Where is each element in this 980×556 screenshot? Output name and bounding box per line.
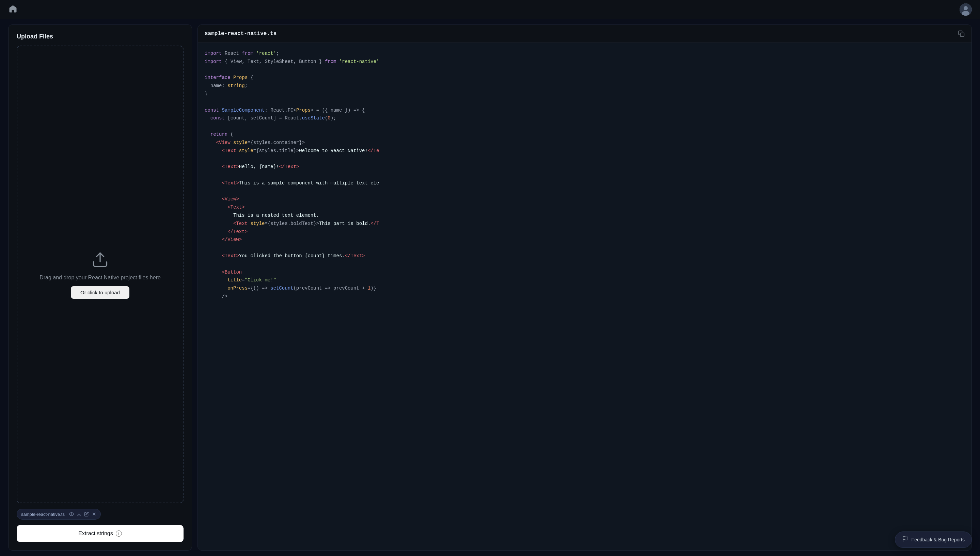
remove-file-icon[interactable]: ✕ bbox=[92, 511, 96, 517]
feedback-button[interactable]: Feedback & Bug Reports bbox=[895, 532, 972, 548]
feedback-icon bbox=[902, 536, 908, 543]
app-header bbox=[0, 0, 980, 19]
code-content: import React from 'react'; import { View… bbox=[205, 50, 965, 301]
extract-info-icon[interactable]: i bbox=[116, 530, 122, 537]
code-area: import React from 'react'; import { View… bbox=[198, 43, 972, 550]
view-file-icon[interactable] bbox=[69, 511, 74, 517]
download-file-icon[interactable] bbox=[76, 511, 82, 517]
edit-file-icon[interactable] bbox=[84, 511, 89, 517]
svg-point-4 bbox=[71, 514, 72, 515]
drop-zone[interactable]: Drag and drop your React Native project … bbox=[17, 45, 183, 503]
extract-button-label: Extract strings bbox=[78, 530, 113, 537]
file-tag: sample-react-native.ts bbox=[17, 509, 101, 520]
main-layout: Upload Files Drag and drop your React Na… bbox=[0, 19, 980, 556]
upload-icon bbox=[91, 250, 110, 269]
copy-button[interactable] bbox=[958, 30, 965, 37]
user-avatar[interactable] bbox=[960, 3, 972, 16]
home-button[interactable] bbox=[8, 4, 19, 15]
feedback-label: Feedback & Bug Reports bbox=[912, 537, 965, 542]
upload-panel-title: Upload Files bbox=[17, 33, 183, 40]
upload-button[interactable]: Or click to upload bbox=[71, 286, 130, 299]
file-tag-actions: ✕ bbox=[69, 511, 96, 517]
drop-zone-text: Drag and drop your React Native project … bbox=[39, 275, 161, 281]
code-header: sample-react-native.ts bbox=[198, 25, 972, 43]
code-filename: sample-react-native.ts bbox=[205, 31, 277, 37]
upload-panel: Upload Files Drag and drop your React Na… bbox=[8, 24, 192, 551]
svg-point-1 bbox=[964, 6, 968, 10]
extract-button[interactable]: Extract strings i bbox=[17, 525, 183, 542]
code-panel: sample-react-native.ts import React from… bbox=[198, 24, 972, 551]
svg-rect-6 bbox=[961, 33, 964, 37]
file-tag-name: sample-react-native.ts bbox=[21, 512, 65, 517]
file-tag-container: sample-react-native.ts bbox=[17, 509, 183, 520]
